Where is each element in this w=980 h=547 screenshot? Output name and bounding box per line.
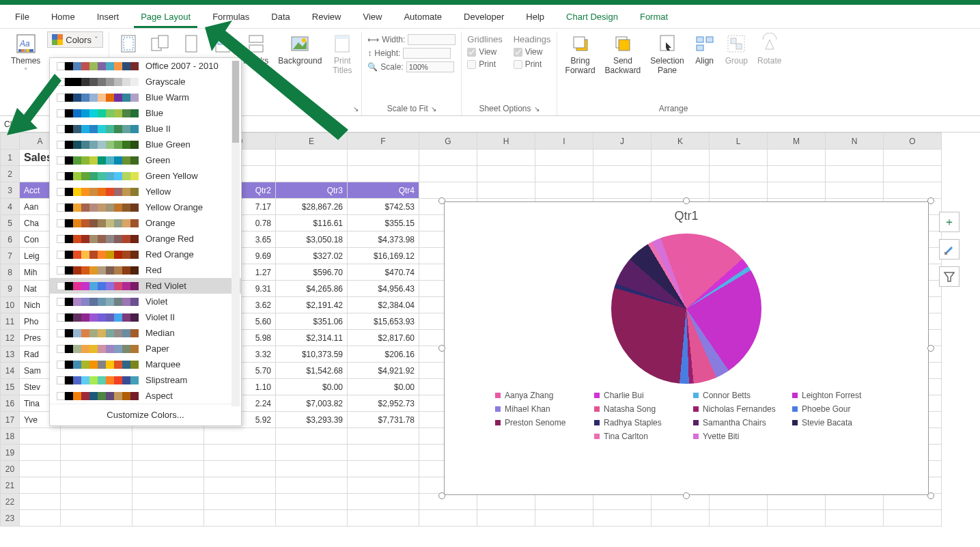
color-scheme-red[interactable]: Red — [50, 262, 241, 278]
tab-developer[interactable]: Developer — [457, 8, 511, 28]
height-input[interactable] — [403, 48, 451, 59]
row-header[interactable]: 4 — [1, 199, 20, 215]
chart-filter-button[interactable] — [939, 266, 960, 287]
row-header[interactable]: 2 — [1, 166, 20, 182]
color-scheme-violet-ii[interactable]: Violet II — [50, 309, 241, 325]
color-scheme-yellow-orange[interactable]: Yellow Orange — [50, 199, 241, 215]
group-label: Group — [725, 56, 748, 66]
selection-handle[interactable] — [927, 345, 934, 352]
row-header[interactable]: 22 — [1, 494, 20, 510]
row-header[interactable]: 15 — [1, 379, 20, 395]
col-header[interactable]: O — [884, 133, 942, 150]
color-scheme-green[interactable]: Green — [50, 152, 241, 168]
col-header[interactable]: K — [652, 133, 710, 150]
row-header[interactable]: 19 — [1, 445, 20, 461]
gridlines-print-check[interactable]: Print — [467, 59, 502, 69]
dialog-launcher-icon[interactable]: ↘ — [431, 105, 436, 113]
chart-elements-button[interactable]: ＋ — [939, 212, 960, 232]
row-header[interactable]: 5 — [1, 215, 20, 232]
tab-page-layout[interactable]: Page Layout — [134, 8, 197, 28]
color-scheme-paper[interactable]: Paper — [50, 341, 241, 356]
margins-button[interactable] — [115, 31, 142, 56]
col-header[interactable]: L — [710, 133, 768, 150]
selection-handle[interactable] — [927, 197, 934, 204]
row-header[interactable]: 23 — [1, 510, 20, 527]
svg-marker-40 — [944, 272, 954, 281]
row-header[interactable]: 18 — [1, 428, 20, 445]
row-header[interactable]: 8 — [1, 264, 20, 281]
col-header[interactable]: M — [768, 133, 826, 150]
selection-handle[interactable] — [438, 345, 445, 352]
row-header[interactable]: 20 — [1, 461, 20, 477]
row-header[interactable]: 13 — [1, 346, 20, 363]
color-scheme-red-violet[interactable]: Red Violet — [50, 278, 241, 294]
orientation-button[interactable] — [146, 31, 173, 56]
dialog-launcher-icon[interactable]: ↘ — [534, 105, 540, 113]
row-header[interactable]: 21 — [1, 477, 20, 494]
row-header[interactable]: 1 — [1, 150, 20, 166]
size-button[interactable] — [178, 31, 205, 56]
tab-insert[interactable]: Insert — [90, 8, 126, 28]
selection-handle[interactable] — [683, 197, 690, 204]
tab-view[interactable]: View — [356, 8, 389, 28]
selection-pane-button[interactable]: Selection Pane — [647, 31, 686, 76]
chevron-down-icon: ˅ — [94, 36, 98, 44]
scale-input[interactable] — [406, 61, 454, 72]
legend-item: Connor Betts — [693, 391, 779, 400]
color-scheme-slipstream[interactable]: Slipstream — [50, 372, 241, 388]
color-scheme-label: Paper — [145, 343, 169, 354]
headings-view-check[interactable]: View — [514, 47, 551, 57]
svg-rect-32 — [697, 45, 703, 51]
row-header[interactable]: 17 — [1, 412, 20, 428]
col-header[interactable]: I — [535, 133, 593, 150]
row-header[interactable]: 6 — [1, 232, 20, 248]
col-header[interactable]: F — [348, 133, 419, 150]
legend-swatch — [594, 393, 600, 398]
row-header[interactable]: 16 — [1, 395, 20, 412]
col-header[interactable]: G — [419, 133, 477, 150]
color-scheme-median[interactable]: Median — [50, 325, 241, 341]
width-input[interactable] — [408, 34, 456, 45]
headings-print-check[interactable]: Print — [514, 59, 551, 69]
row-header[interactable]: 12 — [1, 330, 20, 346]
pie-chart[interactable]: Qtr1 Aanya ZhangCharlie BuiConnor BettsL… — [444, 201, 929, 495]
legend-swatch — [495, 393, 501, 398]
row-header[interactable]: 14 — [1, 363, 20, 379]
color-scheme-green-yellow[interactable]: Green Yellow — [50, 168, 241, 184]
tab-home[interactable]: Home — [44, 8, 82, 28]
bring-forward-button[interactable]: Bring Forward — [563, 31, 598, 76]
gridlines-view-check[interactable]: View — [467, 47, 502, 57]
row-header[interactable]: 11 — [1, 313, 20, 330]
color-scheme-red-orange[interactable]: Red Orange — [50, 247, 241, 262]
selection-handle[interactable] — [927, 492, 934, 499]
color-scheme-label: Blue II — [145, 124, 171, 134]
svg-rect-10 — [122, 36, 135, 52]
svg-rect-34 — [731, 38, 736, 44]
colors-button[interactable]: Colors ˅ — [47, 31, 103, 48]
row-header[interactable]: 3 — [1, 182, 20, 199]
row-header[interactable]: 10 — [1, 297, 20, 313]
color-scheme-yellow[interactable]: Yellow — [50, 184, 241, 199]
col-header[interactable]: H — [477, 133, 535, 150]
tab-format[interactable]: Format — [633, 8, 675, 28]
color-scheme-violet[interactable]: Violet — [50, 294, 241, 309]
tab-automate[interactable]: Automate — [397, 8, 449, 28]
color-scheme-aspect[interactable]: Aspect — [50, 388, 241, 404]
row-header[interactable]: 9 — [1, 281, 20, 297]
row-header[interactable]: 7 — [1, 248, 20, 264]
color-scheme-label: Yellow — [145, 186, 171, 197]
send-backward-icon — [612, 33, 634, 55]
col-header[interactable]: N — [826, 133, 884, 150]
col-header[interactable]: J — [593, 133, 652, 150]
color-scheme-orange[interactable]: Orange — [50, 215, 241, 231]
tab-file[interactable]: File — [8, 8, 36, 28]
color-scheme-orange-red[interactable]: Orange Red — [50, 231, 241, 247]
send-backward-button[interactable]: Send Backward — [602, 31, 644, 76]
tab-help[interactable]: Help — [519, 8, 551, 28]
customize-colors-button[interactable]: Customize Colors... — [50, 404, 241, 425]
tab-chart-design[interactable]: Chart Design — [559, 8, 625, 28]
color-scheme-marquee[interactable]: Marquee — [50, 356, 241, 372]
chart-styles-button[interactable] — [939, 239, 960, 260]
themes-icon: Aa — [15, 33, 37, 55]
align-button[interactable]: Align — [691, 31, 718, 67]
